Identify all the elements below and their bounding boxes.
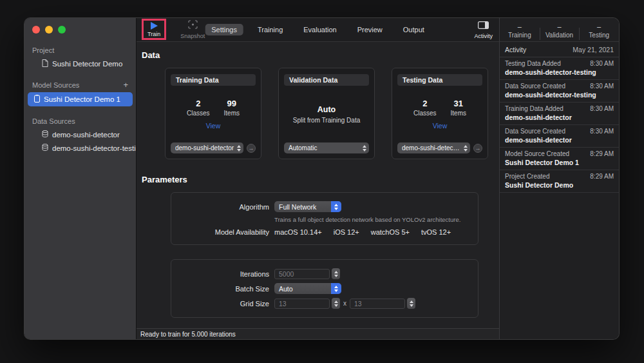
metric-testing: – Testing xyxy=(579,23,619,39)
sidebar-item-data-source-testing[interactable]: demo-sushi-detector-testing xyxy=(28,141,133,155)
validation-auto-subtitle: Split from Training Data xyxy=(293,117,361,124)
sidebar-item-label: demo-sushi-detector xyxy=(52,131,120,139)
sidebar-item-project[interactable]: Sushi Detector Demo xyxy=(28,57,133,71)
training-classes-count: 2 xyxy=(187,99,210,108)
model-source-icon xyxy=(34,95,40,104)
algorithm-dropdown[interactable]: Full Network xyxy=(274,201,341,212)
train-button[interactable]: Train xyxy=(147,22,160,37)
tab-training[interactable]: Training xyxy=(251,24,289,35)
batch-size-dropdown[interactable]: Auto xyxy=(274,283,341,294)
batch-size-label: Batch Size xyxy=(171,285,269,293)
model-availability-values: macOS 10.14+ iOS 12+ watchOS 5+ tvOS 12+ xyxy=(274,228,451,236)
testing-items-label: Items xyxy=(451,110,466,117)
toggle-activity-panel-button[interactable]: Activity xyxy=(474,20,493,39)
grid-size-label: Grid Size xyxy=(171,300,269,308)
tab-settings[interactable]: Settings xyxy=(205,24,243,35)
main-area: Train Snapshot Settings Training Evaluat… xyxy=(136,18,499,339)
training-data-dropdown[interactable]: demo-sushi-detector xyxy=(171,142,243,153)
availability-ios: iOS 12+ xyxy=(334,228,359,236)
availability-watchos: watchOS 5+ xyxy=(371,228,410,236)
toolbar: Train Snapshot Settings Training Evaluat… xyxy=(137,18,499,42)
project-section-label: Project xyxy=(24,43,136,57)
iterations-stepper[interactable] xyxy=(332,268,340,279)
grid-size-height-stepper[interactable] xyxy=(407,298,415,309)
iterations-label: Iterations xyxy=(171,270,269,278)
database-icon xyxy=(42,130,48,139)
training-classes-label: Classes xyxy=(187,110,210,117)
database-icon xyxy=(42,144,48,152)
training-items-count: 99 xyxy=(224,99,240,108)
activity-header: Activity May 21, 2021 xyxy=(500,42,619,57)
parameters-section-heading: Parameters xyxy=(142,175,499,184)
snapshot-button-label: Snapshot xyxy=(180,33,205,39)
activity-item[interactable]: Data Source Created 8:30 AM demo-sushi-d… xyxy=(500,80,619,103)
settings-content: Data Training Data 2 Classes 99 xyxy=(137,42,499,328)
activity-header-date: May 21, 2021 xyxy=(573,46,614,54)
window-controls xyxy=(24,18,136,43)
algorithm-parameters-box: Algorithm Full Network Trains a full obj… xyxy=(171,192,478,245)
activity-item[interactable]: Project Created 8:29 AM Sushi Detector D… xyxy=(500,170,619,193)
minimize-window-button[interactable] xyxy=(45,26,53,34)
validation-data-dropdown[interactable]: Automatic xyxy=(284,142,369,153)
play-icon xyxy=(151,22,158,30)
createml-window: Project Sushi Detector Demo Model Source… xyxy=(24,17,620,340)
tab-evaluation[interactable]: Evaluation xyxy=(297,24,343,35)
activity-item[interactable]: Testing Data Added 8:30 AM demo-sushi-de… xyxy=(500,57,619,80)
training-items-label: Items xyxy=(224,110,240,117)
grid-size-width-input[interactable]: 13 xyxy=(274,299,330,309)
metric-validation: – Validation xyxy=(540,23,580,39)
sidebar-item-data-source-training[interactable]: demo-sushi-detector xyxy=(28,128,133,141)
testing-classes-count: 2 xyxy=(413,99,437,108)
testing-items-count: 31 xyxy=(451,99,466,108)
activity-panel: – Training – Validation – Testing Activi… xyxy=(499,18,619,339)
activity-item[interactable]: Training Data Added 8:30 AM demo-sushi-d… xyxy=(500,103,619,125)
activity-header-title: Activity xyxy=(505,46,526,54)
stepper-chevrons-icon xyxy=(237,145,241,152)
testing-data-dropdown[interactable]: demo-sushi-detector-t... xyxy=(397,142,470,153)
sidebar-item-model-source[interactable]: Sushi Detector Demo 1 xyxy=(28,92,133,106)
training-data-card-title: Training Data xyxy=(171,74,256,86)
snapshot-button[interactable]: Snapshot xyxy=(180,20,205,39)
testing-view-link[interactable]: View xyxy=(433,122,448,130)
activity-button-label: Activity xyxy=(474,33,493,39)
grid-size-width-stepper[interactable] xyxy=(332,298,340,309)
algorithm-hint-text: Trains a full object detection network b… xyxy=(274,216,478,223)
document-icon xyxy=(42,59,48,68)
tab-preview[interactable]: Preview xyxy=(351,24,389,35)
iterations-input[interactable]: 5000 xyxy=(274,269,330,279)
status-bar: Ready to train for 5.000 iterations xyxy=(137,328,499,339)
data-section-heading: Data xyxy=(142,50,499,60)
training-data-card: Training Data 2 Classes 99 Items xyxy=(165,68,261,159)
open-testing-source-button[interactable]: → xyxy=(473,144,482,153)
data-sources-section-label: Data Sources xyxy=(24,113,136,128)
activity-item[interactable]: Data Source Created 8:30 AM demo-sushi-d… xyxy=(500,125,619,148)
algorithm-label: Algorithm xyxy=(171,203,269,211)
data-cards: Training Data 2 Classes 99 Items xyxy=(165,68,499,159)
close-window-button[interactable] xyxy=(32,26,40,34)
red-annotation-box: Train xyxy=(142,19,166,40)
model-availability-label: Model Availability xyxy=(171,228,269,236)
sidebar-item-label: demo-sushi-detector-testing xyxy=(52,144,144,152)
testing-data-card: Testing Data 2 Classes 31 Items xyxy=(392,68,488,159)
validation-auto-value: Auto xyxy=(317,105,336,114)
tab-bar: Settings Training Evaluation Preview Out… xyxy=(205,24,431,35)
testing-classes-label: Classes xyxy=(413,110,437,117)
train-button-label: Train xyxy=(147,31,160,37)
training-parameters-box: Iterations 5000 Batch Size Auto Grid Siz… xyxy=(171,259,478,318)
snapshot-icon xyxy=(188,20,198,32)
testing-data-card-title: Testing Data xyxy=(397,74,482,86)
model-sources-section-label: Model Sources + xyxy=(24,77,136,92)
open-training-source-button[interactable]: → xyxy=(247,144,256,153)
stepper-chevrons-icon xyxy=(331,283,341,294)
add-model-source-button[interactable]: + xyxy=(123,82,128,88)
stepper-chevrons-icon xyxy=(331,201,341,212)
sidebar-item-label: Sushi Detector Demo xyxy=(52,60,122,68)
training-view-link[interactable]: View xyxy=(206,122,221,130)
metrics-row: – Training – Validation – Testing xyxy=(500,18,619,42)
metric-training: – Training xyxy=(500,23,540,39)
sidebar-item-label: Sushi Detector Demo 1 xyxy=(44,95,120,103)
zoom-window-button[interactable] xyxy=(58,26,66,34)
activity-item[interactable]: Model Source Created 8:29 AM Sushi Detec… xyxy=(500,148,619,170)
tab-output[interactable]: Output xyxy=(397,24,431,35)
grid-size-height-input[interactable]: 13 xyxy=(350,299,405,309)
